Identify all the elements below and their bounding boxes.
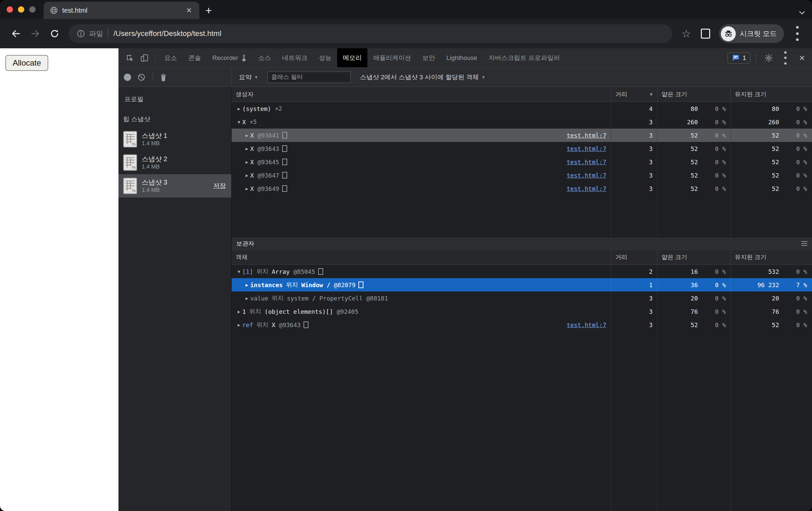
- perspective-select[interactable]: 요약 ▼: [237, 72, 260, 83]
- source-link[interactable]: test.html:7: [567, 145, 606, 152]
- tree-collapsed-icon[interactable]: ▶: [243, 133, 250, 138]
- constructor-name: X: [242, 118, 246, 126]
- source-link[interactable]: test.html:7: [567, 172, 606, 179]
- class-filter-input[interactable]: [267, 72, 351, 83]
- devtools-tab-네트워크[interactable]: 네트워크: [277, 48, 313, 67]
- column-distance[interactable]: 거리▼: [611, 87, 658, 102]
- devtools-menu-icon[interactable]: •••: [778, 51, 793, 65]
- allocate-button[interactable]: Allocate: [5, 55, 48, 71]
- tree-collapsed-icon[interactable]: ▶: [243, 160, 250, 165]
- devtools-tab-소스[interactable]: 소스: [253, 48, 277, 67]
- side-panel-icon[interactable]: [697, 25, 714, 42]
- retained-size-percent: 0 %: [779, 321, 812, 328]
- object-cell: ▶X@93649test.html:7: [232, 182, 611, 195]
- address-bar[interactable]: 파일 /Users/yceffort/Desktop/test.html: [68, 24, 672, 43]
- constructor-row[interactable]: ▼X×532600 %2600 %: [232, 115, 812, 129]
- distance-cell: 3: [611, 129, 658, 142]
- constructor-row[interactable]: ▶X@93647test.html:73520 %520 %: [232, 168, 812, 182]
- tree-collapsed-icon[interactable]: ▶: [243, 146, 250, 151]
- devtools-tab-자바스크립트 프로파일러[interactable]: 자바스크립트 프로파일러: [483, 48, 566, 67]
- column-retained-size[interactable]: 유지된 크기: [731, 87, 812, 102]
- devtools-tab-애플리케이션[interactable]: 애플리케이션: [368, 48, 417, 67]
- take-snapshot-icon[interactable]: [124, 74, 131, 81]
- shallow-size-cell: 800 %: [658, 102, 731, 115]
- minimize-window-button[interactable]: [18, 6, 24, 13]
- devtools-tab-Recorder[interactable]: Recorder: [207, 48, 253, 67]
- settings-gear-icon[interactable]: [761, 51, 776, 65]
- constructor-row[interactable]: ▶(system)×24800 %800 %: [232, 102, 812, 115]
- constructor-row[interactable]: ▶X@93641test.html:73520 %520 %: [232, 129, 812, 142]
- forward-button[interactable]: [27, 25, 44, 42]
- back-button[interactable]: [7, 25, 25, 42]
- retainer-location-label: 위치: [257, 268, 268, 275]
- source-link[interactable]: test.html:7: [567, 159, 606, 166]
- column-object[interactable]: 객체: [232, 250, 611, 265]
- clear-profiles-icon[interactable]: [137, 73, 146, 82]
- scope-value: 스냅샷 2에서 스냅샷 3 사이에 할당된 객체: [360, 73, 479, 82]
- retainer-row[interactable]: ▶value위치system / PropertyCell@881813200 …: [232, 292, 812, 305]
- constructor-row[interactable]: ▶X@93645test.html:73520 %520 %: [232, 155, 812, 168]
- source-link[interactable]: test.html:7: [567, 321, 606, 328]
- browser-tab[interactable]: test.html ×: [44, 2, 199, 19]
- devtools-close-icon[interactable]: ×: [795, 51, 809, 65]
- devtools-tab-성능[interactable]: 성능: [313, 48, 337, 67]
- retainer-row[interactable]: ▼[1]위치Array@850452160 %5320 %: [232, 265, 812, 278]
- column-retained-size[interactable]: 유지된 크기: [731, 250, 812, 265]
- tab-search-chevron-icon[interactable]: [798, 10, 806, 16]
- shallow-size-percent: 0 %: [698, 132, 730, 139]
- tree-collapsed-icon[interactable]: ▶: [243, 283, 250, 288]
- devtools-tab-보안[interactable]: 보안: [417, 48, 441, 67]
- tree-collapsed-icon[interactable]: ▶: [243, 296, 250, 301]
- shallow-size-cell: 360 %: [658, 278, 731, 292]
- constructors-filler: [232, 195, 812, 237]
- column-distance[interactable]: 거리: [611, 250, 658, 265]
- tree-collapsed-icon[interactable]: ▶: [243, 186, 250, 191]
- source-link[interactable]: test.html:7: [567, 185, 606, 192]
- column-constructor[interactable]: 생성자: [232, 87, 611, 102]
- memory-toolbar: 요약 ▼ 스냅샷 2에서 스냅샷 3 사이에 할당된 객체 ▼: [118, 68, 812, 87]
- tree-collapsed-icon[interactable]: ▶: [236, 309, 242, 314]
- column-shallow-size[interactable]: 얕은 크기: [658, 87, 731, 102]
- delete-profile-icon[interactable]: [160, 73, 167, 82]
- devtools-tab-요소[interactable]: 요소: [159, 48, 183, 67]
- retainers-menu-icon[interactable]: [801, 241, 807, 246]
- bookmark-star-icon[interactable]: ☆: [677, 25, 695, 42]
- zoom-window-button[interactable]: [29, 6, 36, 13]
- tree-collapsed-icon[interactable]: ▶: [236, 322, 242, 327]
- snapshot-item-3[interactable]: %스냅샷 31.4 MB저장: [118, 174, 231, 197]
- device-toolbar-icon[interactable]: [137, 51, 152, 65]
- retainers-rows: ▼[1]위치Array@850452160 %5320 %▶instances위…: [232, 265, 812, 331]
- issues-button[interactable]: 1: [727, 52, 750, 64]
- constructor-row[interactable]: ▶X@93643test.html:73520 %520 %: [232, 142, 812, 155]
- tree-expanded-icon[interactable]: ▼: [236, 119, 242, 125]
- inspect-element-icon[interactable]: [122, 51, 137, 65]
- new-tab-button[interactable]: +: [199, 2, 218, 19]
- constructor-row[interactable]: ▶X@93649test.html:73520 %520 %: [232, 182, 812, 195]
- tab-close-icon[interactable]: ×: [183, 5, 195, 16]
- retainer-row[interactable]: ▶ref위치X@93643test.html:73520 %520 %: [232, 318, 812, 331]
- close-window-button[interactable]: [7, 6, 13, 13]
- snapshot-scope-select[interactable]: 스냅샷 2에서 스냅샷 3 사이에 할당된 객체 ▼: [358, 72, 488, 83]
- distance-cell: 3: [611, 292, 658, 305]
- snapshot-save-link[interactable]: 저장: [213, 182, 226, 190]
- tree-expanded-icon[interactable]: ▼: [236, 269, 242, 274]
- retainer-row[interactable]: ▶1위치(object elements)[]@924053760 %760 %: [232, 305, 812, 318]
- shallow-size-cell: 520 %: [658, 168, 731, 182]
- tree-collapsed-icon[interactable]: ▶: [236, 106, 242, 111]
- tree-collapsed-icon[interactable]: ▶: [243, 173, 250, 178]
- devtools-tab-메모리[interactable]: 메모리: [337, 48, 368, 67]
- shallow-size-percent: 0 %: [698, 185, 730, 192]
- reload-button[interactable]: [46, 25, 63, 42]
- devtools-tab-콘솔[interactable]: 콘솔: [183, 48, 207, 67]
- object-id: @92405: [337, 308, 358, 315]
- browser-menu-icon[interactable]: •••: [789, 25, 806, 42]
- object-cell: ▼X×5: [232, 115, 611, 129]
- snapshot-item-1[interactable]: %스냅샷 11.4 MB: [118, 128, 231, 151]
- page-info-icon[interactable]: [77, 29, 85, 38]
- devtools-tab-Lighthouse[interactable]: Lighthouse: [441, 48, 483, 67]
- snapshot-item-2[interactable]: %스냅샷 21.4 MB: [118, 151, 231, 174]
- column-shallow-size[interactable]: 얕은 크기: [658, 250, 731, 265]
- source-link[interactable]: test.html:7: [567, 132, 606, 139]
- shallow-size-cell: 200 %: [658, 292, 731, 305]
- retainer-row[interactable]: ▶instances위치Window /@820791360 %96 2327 …: [232, 278, 812, 292]
